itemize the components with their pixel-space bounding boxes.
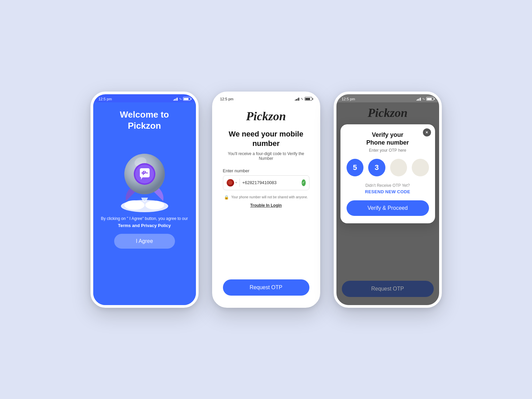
- svg-point-11: [228, 181, 232, 185]
- app-title-3: Pickzon: [368, 106, 407, 120]
- verify-title: Verify your Phone number: [347, 131, 429, 147]
- status-time-1: 12:5 pm: [99, 97, 112, 101]
- otp-circles: 5 3: [347, 159, 429, 176]
- svg-point-8: [142, 172, 143, 174]
- need-mobile-title: We need your mobile number: [223, 129, 309, 149]
- didnt-receive-text: Didn't Receive OTP Yet?: [347, 183, 429, 188]
- status-bar-2: 12:5 pm ∿: [215, 94, 318, 102]
- rocket-illustration: P: [114, 135, 175, 213]
- phone-number-input[interactable]: [242, 180, 299, 185]
- request-otp-dark-button[interactable]: Request OTP: [342, 281, 434, 297]
- signal-icon-3: [416, 97, 421, 101]
- svg-point-9: [144, 172, 145, 174]
- wifi-icon-2: ∿: [301, 97, 303, 101]
- status-icons-2: ∿: [295, 97, 312, 101]
- verify-proceed-button[interactable]: Verify & Proceed: [347, 200, 429, 216]
- check-icon: ✓: [302, 179, 305, 186]
- enter-number-label: Enter number: [223, 168, 250, 173]
- subtitle-text: You'll receive a four-digit code to Veri…: [223, 151, 309, 161]
- resend-link[interactable]: RESEND NEW CODE: [347, 189, 429, 194]
- wifi-icon-1: ∿: [179, 97, 182, 101]
- wifi-icon-3: ∿: [422, 97, 425, 101]
- request-otp-button[interactable]: Request OTP: [223, 279, 309, 296]
- close-button[interactable]: ×: [423, 128, 431, 136]
- phone-mobile-number: 12:5 pm ∿ Pickzon We need your mobile nu…: [212, 92, 320, 308]
- terms-text: By clicking on " I Agree" button, you ag…: [101, 216, 188, 229]
- phone-welcome: 12:5 pm ∿ Welcome to Pickzon: [91, 92, 199, 308]
- signal-icon-2: [295, 97, 299, 101]
- mobile-number-content: Pickzon We need your mobile number You'l…: [215, 102, 318, 305]
- dropdown-arrow-icon: ▾: [235, 181, 237, 184]
- privacy-notice: 🔒 Your phone number will not be shared w…: [224, 195, 308, 200]
- otp-digit-3[interactable]: [390, 159, 407, 176]
- phone-input-row[interactable]: ▾ ✓: [223, 175, 309, 190]
- agree-button[interactable]: I Agree: [114, 234, 175, 249]
- status-icons-3: ∿: [416, 97, 434, 101]
- battery-icon-1: [183, 97, 191, 101]
- status-time-2: 12:5 pm: [220, 97, 234, 101]
- status-bar-3: 12:5 pm ∿: [336, 94, 439, 102]
- status-bar-1: 12:5 pm ∿: [93, 94, 196, 102]
- flag-circle: [227, 179, 234, 186]
- otp-modal: × Verify your Phone number Enter your OT…: [340, 124, 435, 224]
- lock-icon: 🔒: [224, 195, 229, 200]
- battery-icon-3: [426, 97, 434, 101]
- battery-icon-2: [305, 97, 312, 101]
- welcome-title: Welcome to Pickzon: [120, 109, 169, 132]
- signal-icon-1: [173, 97, 178, 101]
- phone-3-header: Pickzon: [342, 106, 434, 126]
- divider: [239, 179, 240, 187]
- app-title-2: Pickzon: [246, 109, 286, 123]
- svg-point-10: [146, 172, 148, 174]
- svg-point-2: [145, 201, 164, 209]
- phone-otp: 12:5 pm ∿ Pickzon ×: [334, 92, 442, 308]
- otp-digit-4[interactable]: [412, 159, 429, 176]
- status-time-3: 12:5 pm: [342, 97, 355, 101]
- status-icons-1: ∿: [173, 97, 191, 101]
- otp-content: Pickzon × Verify your Phone number Enter…: [336, 102, 439, 305]
- svg-point-1: [124, 200, 145, 210]
- enter-otp-text: Enter your OTP here: [347, 148, 429, 153]
- welcome-content: Welcome to Pickzon: [93, 102, 196, 305]
- trouble-login-link[interactable]: Trouble In Login: [250, 203, 282, 208]
- flag-selector[interactable]: ▾: [227, 179, 237, 186]
- otp-digit-1[interactable]: 5: [347, 159, 364, 176]
- phones-container: 12:5 pm ∿ Welcome to Pickzon: [91, 92, 442, 308]
- otp-digit-2[interactable]: 3: [368, 159, 385, 176]
